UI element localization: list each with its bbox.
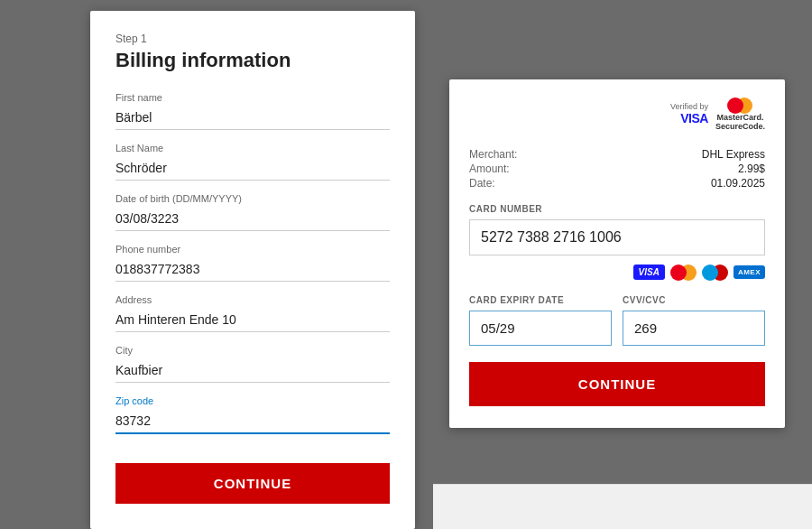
expiry-input[interactable] bbox=[469, 311, 612, 346]
zip-input[interactable] bbox=[115, 409, 390, 434]
visa-text: VISA bbox=[670, 112, 708, 125]
mastercard-secure-logo: MasterCard. SecureCode. bbox=[715, 97, 765, 132]
last-name-group: Last Name bbox=[115, 143, 390, 181]
merchant-value: DHL Express bbox=[702, 148, 765, 161]
maestro-icon bbox=[702, 264, 728, 281]
visa-icon: VISA bbox=[633, 264, 665, 280]
expiry-group: CARD EXPIRY DATE bbox=[469, 295, 612, 346]
first-name-input[interactable] bbox=[115, 106, 390, 130]
payment-continue-button[interactable]: CONTINUE bbox=[469, 362, 765, 406]
mastercard-icon bbox=[670, 264, 697, 281]
last-name-input[interactable] bbox=[115, 156, 390, 181]
securecode-label: SecureCode. bbox=[715, 122, 765, 131]
last-name-label: Last Name bbox=[115, 143, 390, 153]
amex-icon: AMEX bbox=[734, 265, 765, 279]
first-name-group: First name bbox=[115, 92, 390, 130]
payment-card: Verified by VISA MasterCard. SecureCode.… bbox=[449, 79, 785, 428]
amount-row: Amount: 2.99$ bbox=[469, 162, 765, 175]
mastercard-label: MasterCard. bbox=[716, 113, 763, 122]
cvv-input[interactable] bbox=[623, 311, 765, 346]
merchant-label: Merchant: bbox=[469, 148, 517, 161]
amount-label: Amount: bbox=[469, 162, 510, 175]
step-label: Step 1 bbox=[115, 32, 390, 45]
billing-card: Step 1 Billing information First name La… bbox=[90, 11, 415, 529]
page-container: Step 1 Billing information First name La… bbox=[0, 0, 812, 529]
date-value: 01.09.2025 bbox=[711, 177, 765, 190]
dob-input[interactable] bbox=[115, 207, 390, 231]
card-icons: VISA AMEX bbox=[469, 264, 765, 281]
first-name-label: First name bbox=[115, 92, 390, 103]
city-group: City bbox=[115, 345, 390, 383]
phone-label: Phone number bbox=[115, 244, 390, 255]
amount-value: 2.99$ bbox=[738, 162, 765, 175]
dob-group: Date of birth (DD/MM/YYYY) bbox=[115, 193, 390, 231]
city-label: City bbox=[115, 345, 390, 356]
zip-label: Zip code bbox=[115, 395, 390, 406]
expiry-cvv-row: CARD EXPIRY DATE CVV/CVC bbox=[469, 295, 765, 346]
dob-label: Date of birth (DD/MM/YYYY) bbox=[115, 193, 390, 204]
payment-header: Verified by VISA MasterCard. SecureCode. bbox=[469, 97, 765, 132]
cvv-group: CVV/CVC bbox=[623, 295, 765, 346]
city-input[interactable] bbox=[115, 358, 390, 383]
expiry-label: CARD EXPIRY DATE bbox=[469, 295, 612, 305]
merchant-row: Merchant: DHL Express bbox=[469, 148, 765, 161]
address-label: Address bbox=[115, 294, 390, 305]
zip-group: Zip code bbox=[115, 395, 390, 434]
address-group: Address bbox=[115, 294, 390, 332]
billing-title: Billing information bbox=[115, 49, 390, 72]
cvv-label: CVV/CVC bbox=[623, 295, 765, 305]
bottom-strip bbox=[433, 484, 812, 529]
card-number-input[interactable] bbox=[469, 219, 765, 255]
card-number-section-label: CARD NUMBER bbox=[469, 204, 765, 214]
date-label: Date: bbox=[469, 177, 495, 190]
phone-group: Phone number bbox=[115, 244, 390, 282]
verified-visa-logo: Verified by VISA bbox=[670, 103, 708, 125]
phone-input[interactable] bbox=[115, 257, 390, 282]
address-input[interactable] bbox=[115, 308, 390, 332]
merchant-info: Merchant: DHL Express Amount: 2.99$ Date… bbox=[469, 148, 765, 190]
date-row: Date: 01.09.2025 bbox=[469, 177, 765, 190]
billing-continue-button[interactable]: CONTINUE bbox=[115, 463, 390, 504]
